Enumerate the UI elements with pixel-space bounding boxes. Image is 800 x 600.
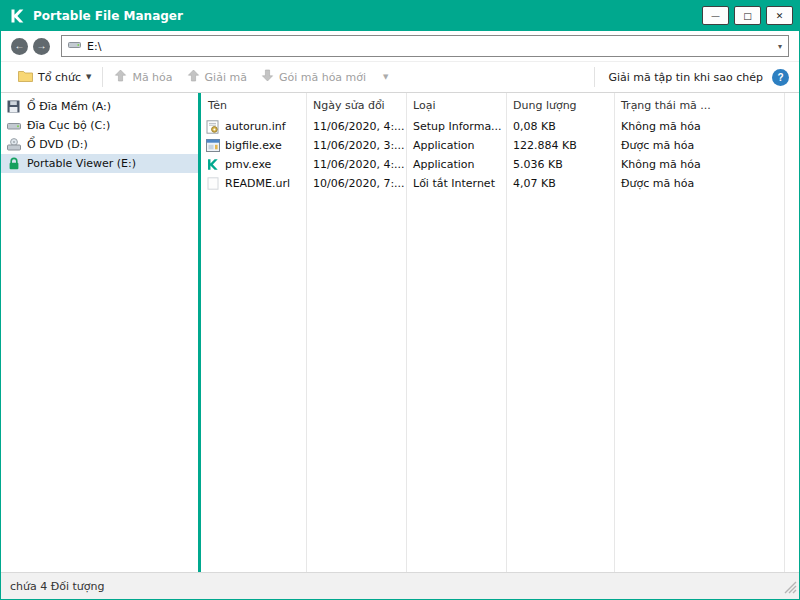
- kaspersky-app-icon: [205, 158, 220, 171]
- address-bar[interactable]: E:\ ▾: [61, 35, 789, 57]
- column-header-name[interactable]: Tên: [201, 99, 306, 112]
- maximize-button[interactable]: □: [734, 6, 761, 25]
- toolbar-separator: [102, 67, 103, 87]
- package-arrow-down-icon: [261, 69, 274, 85]
- file-row-bigfile[interactable]: bigfile.exe 11/06/2020, 3:... Applicatio…: [201, 136, 799, 155]
- decrypt-button[interactable]: Giải mã: [180, 64, 254, 90]
- package-dropdown-icon[interactable]: ▼: [383, 73, 388, 81]
- dvd-drive-icon: [6, 138, 21, 151]
- file-row-readme[interactable]: README.url 10/06/2020, 7:... Lối tắt Int…: [201, 174, 799, 193]
- column-header-size[interactable]: Dung lượng: [506, 99, 614, 112]
- toolbar-right-group: Giải mã tập tin khi sao chép ?: [590, 67, 789, 87]
- back-button[interactable]: ←: [11, 38, 28, 55]
- new-encrypted-package-button[interactable]: Gói mã hóa mới ▼: [254, 64, 396, 90]
- column-header-date[interactable]: Ngày sửa đổi: [306, 99, 406, 112]
- navigation-bar: ← → E:\ ▾: [1, 31, 799, 61]
- drive-tree: Ổ Đĩa Mềm (A:) Đĩa Cục bộ (C:) Ổ DVD (D:…: [1, 93, 198, 572]
- portable-file-manager-window: Portable File Manager — □ ✕ ← → E:\ ▾ Tổ…: [0, 0, 800, 600]
- titlebar: Portable File Manager — □ ✕: [1, 1, 799, 31]
- organize-button[interactable]: Tổ chức ▼: [11, 64, 98, 90]
- application-file-icon: [205, 139, 220, 152]
- file-row-autorun[interactable]: autorun.inf 11/06/2020, 4:... Setup Info…: [201, 117, 799, 136]
- organize-dropdown-icon: ▼: [86, 73, 91, 81]
- encrypt-arrow-up-icon: [114, 69, 127, 85]
- toolbar-separator: [594, 67, 595, 87]
- help-icon[interactable]: ?: [772, 69, 789, 86]
- sidebar-item-floppy-a[interactable]: Ổ Đĩa Mềm (A:): [1, 97, 198, 116]
- url-file-icon: [205, 177, 220, 190]
- encrypt-button[interactable]: Mã hóa: [107, 64, 179, 90]
- sidebar-item-dvd-d[interactable]: Ổ DVD (D:): [1, 135, 198, 154]
- status-bar: chứa 4 Đối tượng: [1, 572, 799, 599]
- setup-file-icon: [205, 120, 220, 134]
- lock-icon: [6, 157, 21, 170]
- address-text: E:\: [87, 40, 101, 53]
- forward-button[interactable]: →: [33, 38, 50, 55]
- file-list: Tên Ngày sửa đổi Loại Dung lượng Trạng t…: [201, 93, 799, 572]
- kaspersky-logo-icon: [9, 8, 25, 24]
- close-button[interactable]: ✕: [766, 6, 793, 25]
- file-row-pmv[interactable]: pmv.exe 11/06/2020, 4:... Application 5.…: [201, 155, 799, 174]
- column-header-type[interactable]: Loại: [406, 99, 506, 112]
- minimize-button[interactable]: —: [702, 6, 729, 25]
- content-area: Ổ Đĩa Mềm (A:) Đĩa Cục bộ (C:) Ổ DVD (D:…: [1, 93, 799, 572]
- folder-icon: [18, 70, 33, 85]
- toolbar: Tổ chức ▼ Mã hóa Giải mã Gói mã hóa mới …: [1, 61, 799, 93]
- window-controls: — □ ✕: [702, 6, 793, 25]
- window-title: Portable File Manager: [33, 9, 183, 23]
- decrypt-arrow-up-icon: [187, 69, 200, 85]
- hard-drive-icon: [6, 120, 21, 132]
- resize-grip-icon[interactable]: [784, 581, 797, 597]
- sidebar-item-portable-viewer-e[interactable]: Portable Viewer (E:): [1, 154, 198, 173]
- drive-icon: [68, 39, 81, 53]
- decrypt-on-copy-label: Giải mã tập tin khi sao chép: [608, 71, 763, 84]
- address-dropdown-icon[interactable]: ▾: [778, 42, 782, 51]
- status-text: chứa 4 Đối tượng: [10, 580, 105, 593]
- list-header: Tên Ngày sửa đổi Loại Dung lượng Trạng t…: [201, 93, 799, 117]
- sidebar-item-local-disk-c[interactable]: Đĩa Cục bộ (C:): [1, 116, 198, 135]
- column-header-status[interactable]: Trạng thái mã ...: [614, 99, 784, 112]
- floppy-icon: [6, 100, 21, 113]
